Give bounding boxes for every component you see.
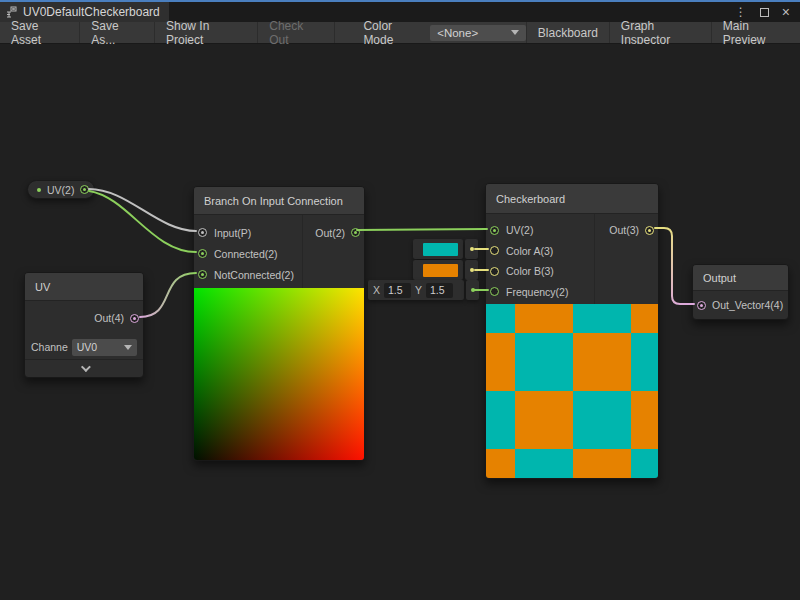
color-mode-value: <None> <box>437 27 478 39</box>
port-row-input-p: Input(P) <box>194 222 302 243</box>
out-vector4-port[interactable] <box>697 301 706 310</box>
frequency-x-input[interactable]: 1.5 <box>384 283 411 298</box>
checkerboard-node-preview <box>486 304 658 478</box>
chevron-down-icon <box>511 30 519 35</box>
color-mode-label: Color Mode <box>363 19 422 47</box>
show-in-project-button[interactable]: Show In Project <box>155 22 258 43</box>
frequency-y-input[interactable]: 1.5 <box>426 283 453 298</box>
port-row-color-b: Color B(3) <box>486 261 594 282</box>
port-row-connected: Connected(2) <box>194 243 302 264</box>
uv-channel-label: Channe <box>31 341 68 353</box>
frequency-field: X 1.5 Y 1.5 <box>368 280 479 300</box>
maximize-icon[interactable] <box>760 8 769 17</box>
color-mode-dropdown[interactable]: <None> <box>430 25 526 41</box>
port-row-checker-out: Out(3) <box>595 220 658 241</box>
stub-dot-icon <box>470 247 474 251</box>
node-uv[interactable]: UV Out(4) Channe UV0 <box>24 272 144 378</box>
color-b-swatch-box <box>413 260 463 280</box>
graph-inspector-toggle-button[interactable]: Graph Inspector <box>609 22 711 43</box>
branch-node-preview <box>194 288 364 460</box>
chevron-down-icon <box>124 345 132 350</box>
frequency-port[interactable] <box>490 287 499 296</box>
shader-graph-icon <box>6 6 18 18</box>
graph-toolbar: Save Asset Save As... Show In Project Ch… <box>0 22 800 44</box>
checker-out-label: Out(3) <box>609 224 639 236</box>
port-row-branch-out: Out(2) <box>303 222 364 243</box>
branch-out-label: Out(2) <box>315 227 345 239</box>
color-a-field <box>413 239 478 259</box>
frequency-x-label: X <box>373 284 380 296</box>
edge-branchout-to-checkeruv <box>357 229 487 230</box>
branch-out-port[interactable] <box>351 228 360 237</box>
checker-out-port[interactable] <box>645 226 654 235</box>
edge-uv2-to-inputP <box>89 189 196 231</box>
connected-label: Connected(2) <box>214 248 278 260</box>
color-a-swatch[interactable] <box>423 243 458 256</box>
uv2-pill-label: UV(2) <box>47 184 74 196</box>
save-as-button[interactable]: Save As... <box>80 22 155 43</box>
node-uv2-pill[interactable]: UV(2) <box>27 180 95 199</box>
port-row-color-a: Color A(3) <box>486 241 594 262</box>
main-preview-toggle-button[interactable]: Main Preview <box>711 22 800 43</box>
color-a-port-stub <box>465 239 478 259</box>
edge-uv2-to-connected <box>89 191 196 252</box>
port-row-uv-out: Out(4) <box>25 301 143 335</box>
frequency-y-label: Y <box>415 284 422 296</box>
tab-title: UV0DefaultCheckerboard <box>23 5 160 19</box>
uv-collapse-button[interactable] <box>25 359 143 377</box>
port-row-notconnected: NotConnected(2) <box>194 264 302 285</box>
color-b-port-stub <box>465 260 478 280</box>
uv-channel-dropdown[interactable]: UV0 <box>72 339 137 356</box>
checker-uv-port[interactable] <box>490 226 499 235</box>
connected-port[interactable] <box>198 249 207 258</box>
notconnected-label: NotConnected(2) <box>214 269 294 281</box>
color-mode-group: Color Mode <None> <box>363 22 525 43</box>
check-out-button: Check Out <box>258 22 335 43</box>
color-a-port[interactable] <box>490 246 499 255</box>
collapse-chevron-icon <box>80 362 90 372</box>
blackboard-toggle-button[interactable]: Blackboard <box>526 22 609 43</box>
frequency-port-stub <box>466 280 479 300</box>
checkerboard-node-title: Checkerboard <box>486 184 658 214</box>
frequency-xy-box: X 1.5 Y 1.5 <box>368 280 464 300</box>
color-a-label: Color A(3) <box>506 245 553 257</box>
uv-channel-value: UV0 <box>77 341 97 353</box>
node-checkerboard[interactable]: Checkerboard UV(2) Color A(3) Color B(3) <box>485 183 659 479</box>
branch-node-title: Branch On Input Connection <box>194 187 364 215</box>
checkerboard-input-ports: UV(2) Color A(3) Color B(3) Frequency(2) <box>486 214 594 304</box>
uv-node-title: UV <box>25 273 143 301</box>
kebab-menu-icon[interactable]: ⋮ <box>735 5 747 19</box>
uv-channel-row: Channe UV0 <box>25 335 143 359</box>
uv-out-port[interactable] <box>130 314 139 323</box>
toolbar-right-group: Blackboard Graph Inspector Main Preview <box>526 22 800 43</box>
output-node-title: Output <box>693 265 788 291</box>
checker-uv-label: UV(2) <box>506 224 533 236</box>
branch-node-body: Input(P) Connected(2) NotConnected(2) Ou… <box>194 215 364 288</box>
stub-dot-icon <box>471 288 475 292</box>
color-b-port[interactable] <box>490 267 499 276</box>
checkerboard-node-body: UV(2) Color A(3) Color B(3) Frequency(2) <box>486 214 658 304</box>
graph-canvas[interactable]: UV(2) Branch On Input Connection Input(P… <box>0 44 800 600</box>
port-row-frequency: Frequency(2) <box>486 282 594 303</box>
input-p-port[interactable] <box>198 228 207 237</box>
color-b-label: Color B(3) <box>506 265 554 277</box>
save-asset-button[interactable]: Save Asset <box>0 22 80 43</box>
color-b-field <box>413 260 478 280</box>
uv2-pill-output-port[interactable] <box>80 185 89 194</box>
color-b-swatch[interactable] <box>423 264 458 277</box>
edge-checkerout-to-outvector4 <box>655 228 694 304</box>
node-output[interactable]: Output Out_Vector4(4) <box>692 264 789 320</box>
input-p-label: Input(P) <box>214 227 251 239</box>
edge-uvout-to-notconnected <box>140 273 196 317</box>
stub-dot-icon <box>470 268 474 272</box>
port-row-checker-uv: UV(2) <box>486 220 594 241</box>
branch-output-ports: Out(2) <box>302 215 364 288</box>
checkerboard-output-ports: Out(3) <box>594 214 658 304</box>
notconnected-port[interactable] <box>198 270 207 279</box>
frequency-label: Frequency(2) <box>506 286 568 298</box>
uv-out-label: Out(4) <box>94 312 124 324</box>
branch-input-ports: Input(P) Connected(2) NotConnected(2) <box>194 215 302 288</box>
out-vector4-label: Out_Vector4(4) <box>712 299 783 311</box>
exposed-property-dot <box>37 188 41 192</box>
node-branch-on-input-connection[interactable]: Branch On Input Connection Input(P) Conn… <box>193 186 365 461</box>
